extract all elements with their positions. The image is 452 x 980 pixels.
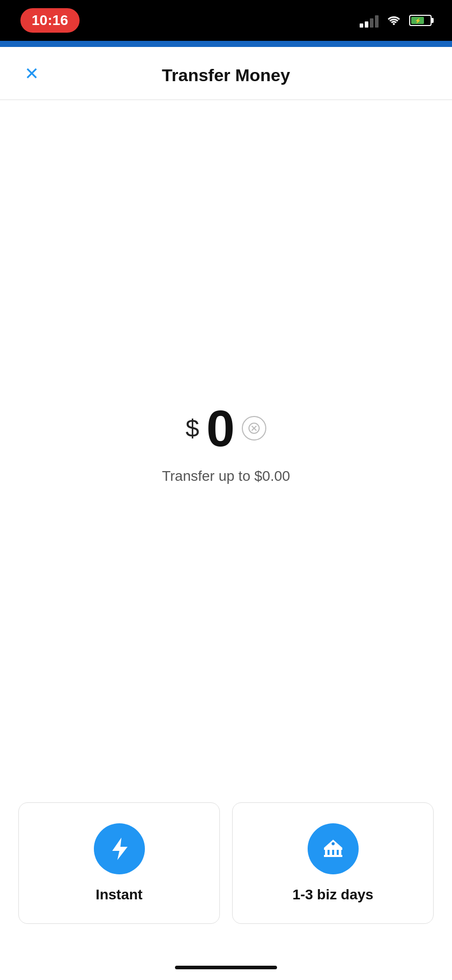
wifi-icon bbox=[386, 14, 402, 27]
svg-rect-4 bbox=[324, 855, 342, 857]
page-title: Transfer Money bbox=[162, 65, 290, 85]
amount-display: $ 0 bbox=[186, 403, 266, 454]
amount-section: $ 0 Transfer up to $0.00 bbox=[0, 100, 452, 787]
amount-value: 0 bbox=[207, 403, 235, 454]
transfer-options: Instant 1-3 biz days bbox=[0, 787, 452, 954]
app-content: ✕ Transfer Money $ 0 Transfer up to $0.0… bbox=[0, 47, 452, 980]
home-indicator bbox=[0, 954, 452, 980]
header: ✕ Transfer Money bbox=[0, 47, 452, 100]
bank-icon bbox=[320, 836, 346, 862]
blue-accent-bar bbox=[0, 41, 452, 47]
instant-transfer-card[interactable]: Instant bbox=[18, 802, 220, 924]
close-button[interactable]: ✕ bbox=[18, 60, 45, 87]
status-bar: 10:16 ⚡ bbox=[0, 0, 452, 41]
lightning-icon bbox=[106, 836, 133, 862]
svg-point-10 bbox=[332, 842, 335, 845]
battery-icon: ⚡ bbox=[409, 15, 432, 26]
home-bar bbox=[175, 966, 277, 969]
currency-symbol: $ bbox=[186, 414, 199, 443]
svg-rect-3 bbox=[324, 848, 342, 850]
status-icons: ⚡ bbox=[360, 13, 432, 28]
close-icon: ✕ bbox=[24, 65, 39, 82]
standard-label: 1-3 biz days bbox=[292, 887, 373, 903]
standard-transfer-card[interactable]: 1-3 biz days bbox=[232, 802, 434, 924]
battery-container: ⚡ bbox=[409, 15, 432, 26]
clear-amount-button[interactable] bbox=[242, 416, 266, 440]
instant-label: Instant bbox=[96, 887, 143, 903]
status-time: 10:16 bbox=[20, 8, 80, 33]
signal-icon bbox=[360, 13, 379, 28]
svg-rect-5 bbox=[325, 850, 328, 855]
standard-icon-circle bbox=[308, 823, 359, 874]
svg-rect-7 bbox=[334, 850, 337, 855]
svg-rect-6 bbox=[330, 850, 332, 855]
instant-icon-circle bbox=[94, 823, 145, 874]
transfer-limit-text: Transfer up to $0.00 bbox=[162, 468, 290, 484]
svg-rect-8 bbox=[339, 850, 341, 855]
